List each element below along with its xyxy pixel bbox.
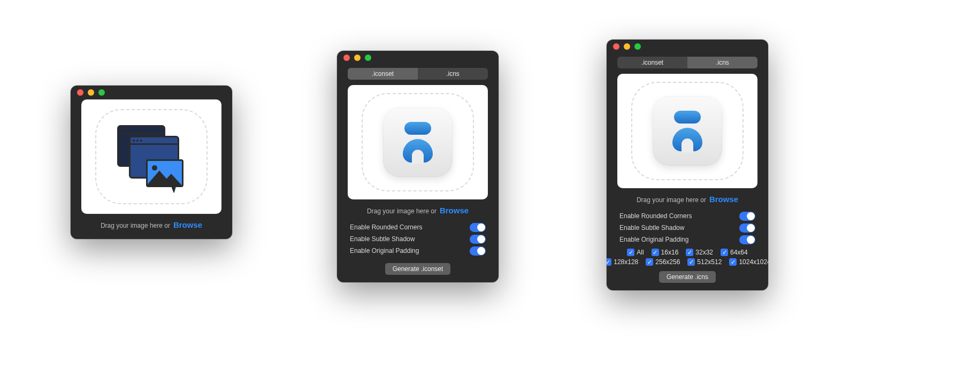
titlebar[interactable] bbox=[71, 86, 232, 99]
zoom-icon[interactable] bbox=[634, 43, 641, 50]
drag-hint: Drag your image here or bbox=[637, 196, 706, 204]
drag-hint-row: Drag your image here or Browse bbox=[607, 195, 768, 204]
toggle-rounded-corners[interactable] bbox=[739, 212, 755, 221]
options-list: Enable Rounded Corners Enable Subtle Sha… bbox=[337, 219, 499, 258]
checkbox-256[interactable]: ✓ 256x256 bbox=[646, 258, 680, 266]
option-label: Enable Subtle Shadow bbox=[619, 224, 684, 232]
window-empty-state: Drag your image here or Browse bbox=[71, 86, 232, 239]
dropzone-frame bbox=[631, 82, 744, 180]
check-icon: ✓ bbox=[721, 249, 728, 256]
check-icon: ✓ bbox=[729, 258, 737, 266]
app-glyph-icon bbox=[672, 111, 702, 151]
checkbox-16[interactable]: ✓ 16x16 bbox=[652, 249, 679, 256]
generate-iconset-button[interactable]: Generate .iconset bbox=[385, 263, 451, 275]
size-checkboxes: ✓ All ✓ 16x16 ✓ 32x32 ✓ 64x64 ✓ 128x128 bbox=[607, 249, 768, 266]
drag-hint-row: Drag your image here or Browse bbox=[337, 206, 499, 215]
option-label: Enable Rounded Corners bbox=[619, 212, 692, 220]
option-subtle-shadow: Enable Subtle Shadow bbox=[619, 222, 755, 234]
checkbox-label: 1024x1024 bbox=[739, 258, 768, 266]
checkbox-128[interactable]: ✓ 128x128 bbox=[607, 258, 638, 266]
format-tabs[interactable]: .iconset .icns bbox=[617, 57, 757, 68]
close-icon[interactable] bbox=[343, 55, 350, 61]
app-glyph-icon bbox=[403, 122, 433, 163]
check-icon: ✓ bbox=[652, 249, 659, 256]
icon-preview bbox=[383, 107, 453, 177]
option-rounded-corners: Enable Rounded Corners bbox=[619, 210, 755, 222]
checkbox-label: 128x128 bbox=[614, 258, 638, 266]
dropzone-frame bbox=[362, 93, 474, 191]
check-icon: ✓ bbox=[646, 258, 653, 266]
checkbox-label: 32x32 bbox=[695, 249, 713, 256]
minimize-icon[interactable] bbox=[354, 55, 361, 61]
toggle-subtle-shadow[interactable] bbox=[470, 235, 486, 244]
dropzone-frame bbox=[95, 109, 208, 204]
drag-hint: Drag your image here or bbox=[101, 222, 170, 229]
checkbox-label: 16x16 bbox=[661, 249, 679, 256]
zoom-icon[interactable] bbox=[365, 55, 371, 61]
checkbox-label: 512x512 bbox=[697, 258, 722, 266]
option-label: Enable Rounded Corners bbox=[350, 223, 422, 231]
check-icon: ✓ bbox=[687, 258, 695, 266]
browse-link[interactable]: Browse bbox=[173, 220, 202, 229]
checkbox-all[interactable]: ✓ All bbox=[627, 249, 644, 256]
generate-icns-button[interactable]: Generate .icns bbox=[659, 271, 716, 283]
option-original-padding: Enable Original Padding bbox=[619, 234, 755, 245]
check-icon: ✓ bbox=[627, 249, 634, 256]
option-subtle-shadow: Enable Subtle Shadow bbox=[350, 233, 486, 245]
options-list: Enable Rounded Corners Enable Subtle Sha… bbox=[607, 208, 768, 246]
option-label: Enable Original Padding bbox=[619, 236, 688, 243]
drag-hint: Drag your image here or bbox=[367, 207, 437, 215]
titlebar[interactable] bbox=[337, 51, 499, 65]
dropzone[interactable] bbox=[81, 99, 221, 214]
checkbox-512[interactable]: ✓ 512x512 bbox=[687, 258, 722, 266]
titlebar[interactable] bbox=[607, 40, 768, 53]
checkbox-1024[interactable]: ✓ 1024x1024 bbox=[729, 258, 768, 266]
zoom-icon[interactable] bbox=[98, 89, 105, 96]
option-label: Enable Original Padding bbox=[350, 247, 419, 254]
close-icon[interactable] bbox=[613, 43, 619, 50]
tab-iconset[interactable]: .iconset bbox=[348, 68, 418, 80]
drag-hint-row: Drag your image here or Browse bbox=[71, 220, 232, 229]
option-rounded-corners: Enable Rounded Corners bbox=[350, 221, 486, 233]
toggle-rounded-corners[interactable] bbox=[470, 223, 486, 232]
browse-link[interactable]: Browse bbox=[709, 195, 738, 204]
image-placeholder-icon bbox=[114, 122, 189, 191]
checkbox-32[interactable]: ✓ 32x32 bbox=[686, 249, 713, 256]
tab-icns[interactable]: .icns bbox=[687, 57, 757, 68]
tab-iconset[interactable]: .iconset bbox=[617, 57, 687, 68]
checkbox-label: All bbox=[637, 249, 644, 256]
format-tabs[interactable]: .iconset .icns bbox=[348, 68, 488, 80]
tab-icns[interactable]: .icns bbox=[418, 68, 488, 80]
browse-link[interactable]: Browse bbox=[440, 206, 469, 215]
minimize-icon[interactable] bbox=[88, 89, 94, 96]
window-icns: .iconset .icns Drag your image here or B… bbox=[607, 40, 768, 290]
toggle-original-padding[interactable] bbox=[470, 246, 486, 256]
icon-preview bbox=[653, 96, 722, 166]
checkbox-label: 64x64 bbox=[730, 249, 748, 256]
dropzone[interactable] bbox=[617, 74, 757, 188]
minimize-icon[interactable] bbox=[624, 43, 630, 50]
toggle-subtle-shadow[interactable] bbox=[739, 223, 755, 233]
check-icon: ✓ bbox=[686, 249, 693, 256]
checkbox-label: 256x256 bbox=[655, 258, 680, 266]
dropzone[interactable] bbox=[348, 85, 488, 199]
check-icon: ✓ bbox=[607, 258, 611, 266]
option-label: Enable Subtle Shadow bbox=[350, 235, 415, 243]
checkbox-64[interactable]: ✓ 64x64 bbox=[721, 249, 748, 256]
window-iconset: .iconset .icns Drag your image here or B… bbox=[337, 51, 499, 282]
toggle-original-padding[interactable] bbox=[739, 235, 755, 244]
option-original-padding: Enable Original Padding bbox=[350, 245, 486, 257]
close-icon[interactable] bbox=[77, 89, 83, 96]
